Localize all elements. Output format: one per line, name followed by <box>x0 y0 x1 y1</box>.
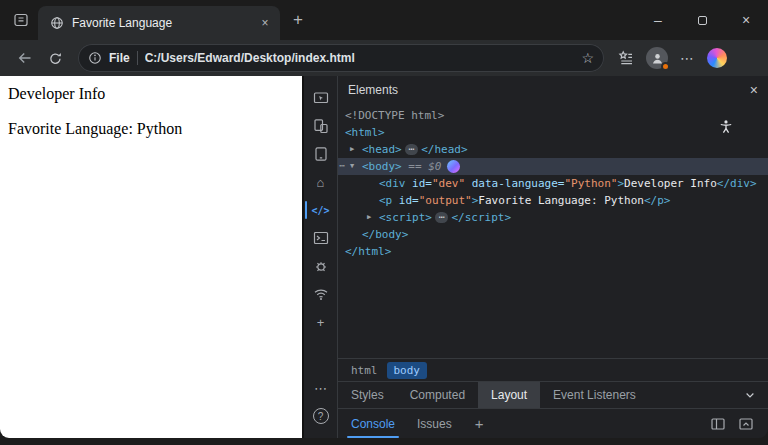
url-scheme-label: File <box>109 51 130 65</box>
network-tool-icon[interactable] <box>304 280 337 308</box>
tab-issues[interactable]: Issues <box>406 409 463 438</box>
dom-tree-row[interactable]: ▶<head>⋯</head> <box>338 141 768 158</box>
console-tool-icon[interactable] <box>304 224 337 252</box>
dom-breadcrumbs: html body <box>338 358 768 381</box>
sidebar-tab-spacer <box>649 382 732 408</box>
code-token-tag: <script> <box>379 211 432 224</box>
code-token-eq: == $0 <box>402 160 442 173</box>
code-token-text: Developer Info <box>624 177 717 190</box>
code-token-val: "output" <box>419 194 472 207</box>
code-token-tag: <p <box>379 194 392 207</box>
dom-tree-row[interactable]: <!DOCTYPE html> <box>338 107 768 124</box>
gutter-ellipsis[interactable]: ⋯ <box>339 157 345 174</box>
more-tools-icon[interactable]: ⋯ <box>304 374 337 402</box>
address-separator <box>137 51 138 65</box>
tab-event-listeners[interactable]: Event Listeners <box>540 382 649 408</box>
code-token-text: Favorite Language: Python <box>478 194 644 207</box>
code-token-val: "Python" <box>564 177 617 190</box>
elements-tool-icon[interactable]: </> <box>304 196 337 224</box>
dom-tree-row[interactable]: <p id="output">Favorite Language: Python… <box>338 192 768 209</box>
dom-tree-rows: <!DOCTYPE html><html>▶<head>⋯</head>⋯▼<b… <box>338 107 768 260</box>
minimize-button[interactable]: – <box>636 0 680 40</box>
console-sidebar-icon[interactable] <box>704 416 732 432</box>
disclosure-arrow-icon[interactable]: ▶ <box>367 209 371 226</box>
devtools-main: Elements × <!DOCTYPE html><html>▶<head>⋯… <box>338 76 768 438</box>
screencast-tool-icon[interactable] <box>304 84 337 112</box>
favorites-hub-icon[interactable] <box>618 50 634 66</box>
maximize-button[interactable] <box>680 0 724 40</box>
disclosure-arrow-icon[interactable]: ▼ <box>350 158 354 175</box>
new-tab-button[interactable]: + <box>284 6 312 34</box>
code-token-tag: </div> <box>717 177 757 190</box>
chevron-down-icon[interactable] <box>732 382 768 408</box>
code-token-ell: ⋯ <box>435 212 448 223</box>
code-token-tag: <head> <box>362 143 402 156</box>
tab-title: Favorite Language <box>72 16 248 30</box>
home-tool-icon[interactable]: ⌂ <box>304 168 337 196</box>
content-area: Developer Info Favorite Language: Python… <box>0 76 768 438</box>
tab-layout[interactable]: Layout <box>478 382 540 408</box>
devtools-activity-bar: ⌂ </> + ⋯ ? <box>304 76 338 438</box>
code-token-tag: </head> <box>421 143 467 156</box>
url-text[interactable]: C:/Users/Edward/Desktop/index.html <box>145 51 575 65</box>
code-token-attr: data-language= <box>465 177 564 190</box>
code-token-attr: id= <box>406 177 433 190</box>
add-tool-icon[interactable]: + <box>304 308 337 336</box>
breadcrumb-body[interactable]: body <box>387 362 428 379</box>
disclosure-arrow-icon[interactable]: ▶ <box>350 141 354 158</box>
code-token-tag: <div <box>379 177 406 190</box>
maximize-icon <box>698 16 707 25</box>
back-button[interactable] <box>10 43 40 73</box>
breadcrumb-html[interactable]: html <box>344 362 385 379</box>
browser-tab[interactable]: Favorite Language × <box>38 6 280 40</box>
dom-tree-row[interactable]: <html> <box>338 124 768 141</box>
tab-actions-icon[interactable] <box>8 7 34 33</box>
debug-tool-icon[interactable] <box>304 252 337 280</box>
tab-console[interactable]: Console <box>340 409 406 438</box>
help-icon[interactable]: ? <box>304 402 337 430</box>
tablet-tool-icon[interactable] <box>304 140 337 168</box>
favorite-star-icon[interactable]: ☆ <box>581 50 594 66</box>
devtools-header: Elements × <box>338 76 768 104</box>
page-content: Developer Info Favorite Language: Python <box>0 76 302 438</box>
accessibility-tree-icon[interactable] <box>718 119 734 140</box>
avatar-status-dot <box>661 62 670 71</box>
code-token-tag: <html> <box>345 126 385 139</box>
devtools-panel-title: Elements <box>348 83 398 97</box>
sidebar-tab-bar: Styles Computed Layout Event Listeners <box>338 381 768 408</box>
tab-computed[interactable]: Computed <box>397 382 478 408</box>
code-token-tag: </p> <box>644 194 671 207</box>
refresh-button[interactable] <box>40 43 70 73</box>
dom-tree-row[interactable]: </body> <box>338 226 768 243</box>
profile-avatar[interactable] <box>646 47 668 69</box>
console-expand-icon[interactable] <box>732 416 760 432</box>
console-drawer-bar: Console Issues + <box>338 408 768 438</box>
code-token-muted: <!DOCTYPE html> <box>345 109 444 122</box>
toolbar: File C:/Users/Edward/Desktop/index.html … <box>0 40 768 76</box>
code-token-tag: </body> <box>362 228 408 241</box>
dom-tree: <!DOCTYPE html><html>▶<head>⋯</head>⋯▼<b… <box>338 104 768 358</box>
dom-tree-row[interactable]: ▶<script>⋯</script> <box>338 209 768 226</box>
code-token-tag: </html> <box>345 245 391 258</box>
device-emulation-icon[interactable] <box>304 112 337 140</box>
toolbar-right: ⋯ <box>618 47 727 69</box>
add-drawer-tab-icon[interactable]: + <box>463 415 496 432</box>
devtools-panel: ⌂ </> + ⋯ ? Elements × <box>302 76 768 438</box>
tab-close-icon[interactable]: × <box>256 14 274 32</box>
browser-window: Favorite Language × + – × File C:/Users/… <box>0 0 768 445</box>
code-token-val: "dev" <box>432 177 465 190</box>
devtools-close-icon[interactable]: × <box>750 82 758 98</box>
code-token-tag: </script> <box>451 211 511 224</box>
info-icon[interactable] <box>88 51 102 65</box>
address-bar[interactable]: File C:/Users/Edward/Desktop/index.html … <box>78 44 604 72</box>
copilot-icon[interactable] <box>707 48 727 68</box>
globe-icon <box>50 16 64 30</box>
dom-tree-row[interactable]: ⋯▼<body> == $0 <box>338 158 768 175</box>
close-button[interactable]: × <box>724 0 768 40</box>
copilot-badge-icon[interactable] <box>447 160 460 173</box>
tab-styles[interactable]: Styles <box>338 382 397 408</box>
code-token-ell: ⋯ <box>405 144 418 155</box>
browser-menu-icon[interactable]: ⋯ <box>680 50 695 66</box>
dom-tree-row[interactable]: </html> <box>338 243 768 260</box>
dom-tree-row[interactable]: <div id="dev" data-language="Python">Dev… <box>338 175 768 192</box>
